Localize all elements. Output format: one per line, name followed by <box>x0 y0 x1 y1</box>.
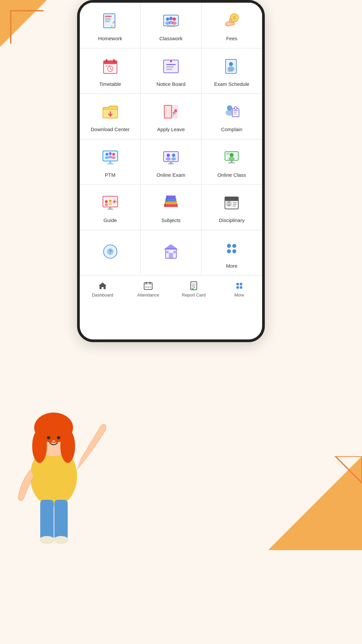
dashboard-label: Dashboard <box>92 292 113 298</box>
svg-rect-120 <box>192 284 196 284</box>
download-center-icon <box>100 101 121 123</box>
grid-item-timetable[interactable]: Timetable <box>80 48 140 94</box>
grid-item-disciplinary[interactable]: Disciplinary <box>201 184 262 230</box>
online-exam-label: Online Exam <box>157 172 185 178</box>
svg-rect-20 <box>104 61 117 64</box>
svg-point-138 <box>54 536 68 544</box>
timetable-label: Timetable <box>99 81 121 88</box>
svg-rect-86 <box>166 196 176 199</box>
svg-rect-46 <box>233 110 238 111</box>
svg-point-12 <box>169 17 173 20</box>
more-label: More <box>234 292 244 298</box>
apply-leave-label: Apply Leave <box>157 126 185 133</box>
more-icon-1: ? <box>100 241 121 262</box>
svg-rect-26 <box>106 65 107 67</box>
grid-item-notice-board[interactable]: Notice Board <box>140 48 201 94</box>
grid-item-more-top[interactable]: More <box>201 230 262 276</box>
svg-rect-5 <box>105 19 111 20</box>
svg-rect-6 <box>105 21 110 22</box>
bg-decoration-bottom-right <box>268 456 362 550</box>
svg-rect-121 <box>192 285 195 286</box>
subjects-icon <box>160 192 182 214</box>
grid-item-apply-leave[interactable]: Apply Leave <box>140 94 201 139</box>
svg-rect-113 <box>144 283 152 285</box>
svg-rect-31 <box>166 66 174 67</box>
svg-rect-48 <box>233 114 237 114</box>
svg-rect-96 <box>233 202 237 203</box>
grid-item-more2[interactable] <box>140 230 201 276</box>
svg-rect-37 <box>228 71 233 72</box>
ptm-icon <box>100 147 121 168</box>
more-top-label: More <box>226 263 237 269</box>
svg-rect-90 <box>166 196 168 199</box>
fees-icon: $ <box>221 10 242 32</box>
svg-point-94 <box>228 202 230 204</box>
svg-rect-98 <box>233 206 236 207</box>
svg-point-63 <box>172 154 175 157</box>
svg-marker-0 <box>268 456 362 550</box>
grid-item-online-class[interactable]: Online Class <box>201 139 262 185</box>
svg-rect-105 <box>166 251 169 253</box>
grid-item-download-center[interactable]: Download Center <box>80 94 140 139</box>
homework-icon <box>100 10 121 32</box>
svg-rect-32 <box>166 69 172 70</box>
svg-point-61 <box>167 154 170 157</box>
grid-item-more1[interactable]: ? <box>80 230 140 276</box>
grid-item-classwork[interactable]: Classwork <box>140 3 201 48</box>
grid-item-exam-schedule[interactable]: Exam Schedule <box>201 48 262 94</box>
svg-rect-47 <box>233 112 237 113</box>
svg-point-133 <box>57 436 60 439</box>
svg-rect-71 <box>226 154 229 155</box>
svg-point-52 <box>106 153 108 156</box>
svg-point-15 <box>172 21 177 25</box>
svg-rect-30 <box>166 64 176 65</box>
grid-item-homework[interactable]: Homework <box>80 3 140 48</box>
disciplinary-label: Disciplinary <box>219 217 245 224</box>
svg-point-14 <box>173 17 176 21</box>
svg-point-107 <box>227 244 231 248</box>
download-center-label: Download Center <box>91 126 130 133</box>
nav-more[interactable]: More <box>217 279 262 299</box>
svg-rect-16 <box>167 26 175 27</box>
nav-report-card[interactable]: Report Card <box>171 279 217 299</box>
svg-rect-82 <box>107 209 113 210</box>
svg-rect-72 <box>231 160 233 163</box>
svg-rect-58 <box>109 161 111 164</box>
apply-leave-icon <box>160 101 182 123</box>
svg-rect-4 <box>105 18 110 19</box>
svg-point-69 <box>229 157 235 161</box>
notice-board-icon <box>160 56 182 77</box>
svg-point-109 <box>227 249 231 253</box>
svg-point-95 <box>227 204 231 206</box>
grid-item-fees[interactable]: $ Fees <box>201 3 262 48</box>
svg-rect-50 <box>235 107 237 109</box>
subjects-label: Subjects <box>161 217 181 224</box>
svg-point-10 <box>166 17 169 21</box>
nav-attendance[interactable]: Attendance <box>125 279 171 299</box>
nav-dashboard[interactable]: Dashboard <box>80 279 125 299</box>
svg-point-34 <box>229 62 233 66</box>
svg-point-134 <box>52 440 55 442</box>
grid-item-guide[interactable]: Guide <box>80 184 140 230</box>
svg-rect-36 <box>228 69 234 70</box>
grid-item-complain[interactable]: Complain <box>201 94 262 139</box>
svg-rect-60 <box>164 152 178 162</box>
online-class-icon <box>221 147 242 168</box>
svg-rect-59 <box>107 163 114 164</box>
svg-point-125 <box>236 286 239 289</box>
svg-rect-106 <box>173 251 176 253</box>
svg-rect-9 <box>164 15 178 26</box>
grid-item-subjects[interactable]: Subjects <box>140 184 201 230</box>
svg-point-54 <box>109 152 112 155</box>
grid-item-online-exam[interactable]: Online Exam <box>140 139 201 185</box>
svg-point-126 <box>240 286 242 289</box>
svg-point-68 <box>230 153 234 157</box>
app-grid: Homework Classwork <box>80 3 262 275</box>
svg-rect-122 <box>192 286 194 287</box>
svg-point-78 <box>109 203 112 205</box>
report-icon <box>188 280 199 291</box>
homework-label: Homework <box>98 35 122 42</box>
svg-rect-114 <box>146 282 147 284</box>
online-exam-icon <box>160 147 182 168</box>
grid-item-ptm[interactable]: PTM <box>80 139 140 185</box>
